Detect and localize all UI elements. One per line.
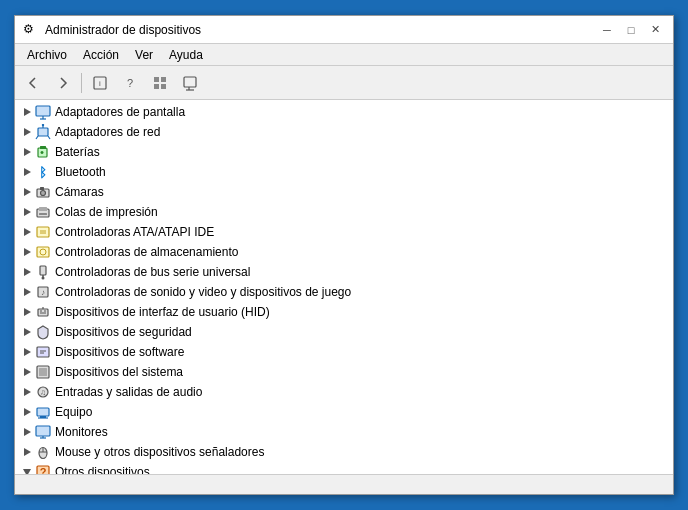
expand-icon-controladoras-bus[interactable]	[19, 264, 35, 280]
device-label-camaras: Cámaras	[55, 185, 104, 199]
svg-point-29	[41, 191, 46, 196]
device-icon-dispositivos-hid	[35, 304, 51, 320]
expand-icon-controladoras-ata[interactable]	[19, 224, 35, 240]
svg-marker-25	[24, 168, 31, 176]
title-bar-left: ⚙ Administrador de dispositivos	[23, 22, 201, 38]
tree-item-dispositivos-sistema[interactable]: Dispositivos del sistema	[15, 362, 673, 382]
tree-item-entradas-salidas-audio[interactable]: ♫Entradas y salidas de audio	[15, 382, 673, 402]
svg-marker-27	[24, 188, 31, 196]
device-tree[interactable]: Adaptadores de pantallaAdaptadores de re…	[15, 100, 673, 474]
tree-item-bluetooth[interactable]: ᛒBluetooth	[15, 162, 673, 182]
expand-icon-baterias[interactable]	[19, 144, 35, 160]
device-icon-dispositivos-seguridad	[35, 324, 51, 340]
device-label-dispositivos-seguridad: Dispositivos de seguridad	[55, 325, 192, 339]
help-button[interactable]: ?	[116, 70, 144, 96]
device-icon-monitores	[35, 424, 51, 440]
device-label-baterias: Baterías	[55, 145, 100, 159]
svg-marker-31	[24, 208, 31, 216]
update-button[interactable]	[146, 70, 174, 96]
expand-icon-dispositivos-sistema[interactable]	[19, 364, 35, 380]
device-label-controladoras-almacenamiento: Controladoras de almacenamiento	[55, 245, 238, 259]
expand-icon-camaras[interactable]	[19, 184, 35, 200]
svg-marker-14	[24, 128, 31, 136]
menu-ver[interactable]: Ver	[127, 46, 161, 64]
device-label-otros-dispositivos: Otros dispositivos	[55, 465, 150, 474]
svg-rect-5	[154, 84, 159, 89]
tree-item-equipo[interactable]: Equipo	[15, 402, 673, 422]
expand-icon-bluetooth[interactable]	[19, 164, 35, 180]
menu-accion[interactable]: Acción	[75, 46, 127, 64]
expand-icon-otros-dispositivos[interactable]	[19, 464, 35, 474]
svg-text:♪: ♪	[41, 288, 45, 297]
tree-item-dispositivos-software[interactable]: Dispositivos de software	[15, 342, 673, 362]
menu-bar: Archivo Acción Ver Ayuda	[15, 44, 673, 66]
tree-item-otros-dispositivos[interactable]: ?Otros dispositivos	[15, 462, 673, 474]
tree-item-dispositivos-seguridad[interactable]: Dispositivos de seguridad	[15, 322, 673, 342]
svg-rect-57	[37, 347, 49, 357]
properties-icon: i	[92, 75, 108, 91]
svg-line-18	[36, 136, 38, 139]
svg-rect-43	[40, 266, 46, 275]
forward-button[interactable]	[49, 70, 77, 96]
svg-marker-55	[24, 328, 31, 336]
menu-ayuda[interactable]: Ayuda	[161, 46, 211, 64]
expand-icon-dispositivos-software[interactable]	[19, 344, 35, 360]
svg-marker-39	[24, 248, 31, 256]
expand-icon-entradas-salidas-audio[interactable]	[19, 384, 35, 400]
svg-marker-70	[24, 428, 31, 436]
tree-item-colas-impresion[interactable]: Colas de impresión	[15, 202, 673, 222]
svg-rect-33	[39, 207, 47, 211]
tree-item-controladoras-sonido[interactable]: ♪Controladoras de sonido y video y dispo…	[15, 282, 673, 302]
device-icon-colas-impresion	[35, 204, 51, 220]
expand-icon-controladoras-sonido[interactable]	[19, 284, 35, 300]
close-button[interactable]: ✕	[645, 21, 665, 39]
expand-icon-dispositivos-seguridad[interactable]	[19, 324, 35, 340]
device-label-adaptadores-pantalla: Adaptadores de pantalla	[55, 105, 185, 119]
tree-item-adaptadores-red[interactable]: Adaptadores de red	[15, 122, 673, 142]
maximize-button[interactable]: □	[621, 21, 641, 39]
device-icon-controladoras-ata	[35, 224, 51, 240]
tree-item-baterias[interactable]: Baterías	[15, 142, 673, 162]
expand-icon-adaptadores-pantalla[interactable]	[19, 104, 35, 120]
device-icon-dispositivos-sistema	[35, 364, 51, 380]
tree-item-controladoras-almacenamiento[interactable]: Controladoras de almacenamiento	[15, 242, 673, 262]
svg-marker-49	[24, 308, 31, 316]
toolbar: i ?	[15, 66, 673, 100]
device-icon-mouse	[35, 444, 51, 460]
tree-item-monitores[interactable]: Monitores	[15, 422, 673, 442]
svg-text:?: ?	[40, 466, 47, 474]
window-title: Administrador de dispositivos	[45, 23, 201, 37]
tree-item-dispositivos-hid[interactable]: Dispositivos de interfaz de usuario (HID…	[15, 302, 673, 322]
svg-rect-11	[36, 106, 50, 116]
expand-icon-controladoras-almacenamiento[interactable]	[19, 244, 35, 260]
device-icon-dispositivos-software	[35, 344, 51, 360]
tree-item-adaptadores-pantalla[interactable]: Adaptadores de pantalla	[15, 102, 673, 122]
device-label-controladoras-bus: Controladoras de bus serie universal	[55, 265, 250, 279]
scan-button[interactable]	[176, 70, 204, 96]
expand-icon-monitores[interactable]	[19, 424, 35, 440]
window-icon: ⚙	[23, 22, 39, 38]
tree-item-controladoras-ata[interactable]: Controladoras ATA/ATAPI IDE	[15, 222, 673, 242]
device-label-dispositivos-sistema: Dispositivos del sistema	[55, 365, 183, 379]
device-icon-equipo	[35, 404, 51, 420]
svg-rect-62	[39, 368, 47, 376]
tree-item-camaras[interactable]: Cámaras	[15, 182, 673, 202]
expand-icon-dispositivos-hid[interactable]	[19, 304, 35, 320]
svg-line-19	[48, 136, 50, 139]
expand-icon-mouse[interactable]	[19, 444, 35, 460]
expand-icon-colas-impresion[interactable]	[19, 204, 35, 220]
window-controls: ─ □ ✕	[597, 21, 665, 39]
properties-button[interactable]: i	[86, 70, 114, 96]
expand-icon-adaptadores-red[interactable]	[19, 124, 35, 140]
expand-icon-equipo[interactable]	[19, 404, 35, 420]
minimize-button[interactable]: ─	[597, 21, 617, 39]
menu-archivo[interactable]: Archivo	[19, 46, 75, 64]
svg-marker-20	[24, 148, 31, 156]
back-icon	[25, 75, 41, 91]
tree-item-mouse[interactable]: Mouse y otros dispositivos señaladores	[15, 442, 673, 462]
back-button[interactable]	[19, 70, 47, 96]
svg-text:♫: ♫	[40, 388, 46, 397]
svg-marker-10	[24, 108, 31, 116]
tree-item-controladoras-bus[interactable]: Controladoras de bus serie universal	[15, 262, 673, 282]
svg-rect-36	[37, 227, 49, 237]
